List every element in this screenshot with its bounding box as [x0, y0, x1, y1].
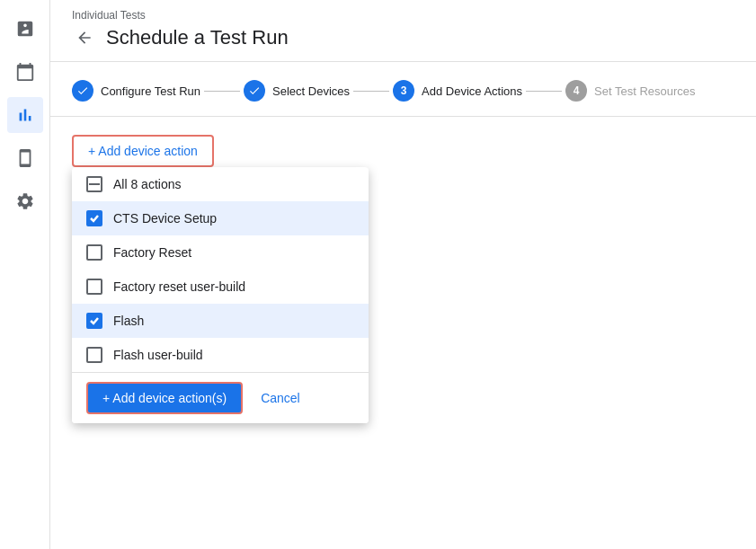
checkbox-all: [86, 176, 102, 192]
step-4-circle: 4: [565, 80, 587, 102]
dropdown-item-label-flash: Flash: [113, 314, 144, 328]
connector-2: [353, 91, 389, 92]
dropdown-item-label-flash-user: Flash user-build: [113, 348, 203, 362]
checkbox-flash: [86, 313, 102, 329]
dropdown-item-factory-reset[interactable]: Factory Reset: [72, 235, 369, 270]
checkbox-factory-reset-user: [86, 279, 102, 295]
dropdown-item-label-cts: CTS Device Setup: [113, 211, 217, 226]
step-3-label: Add Device Actions: [422, 84, 522, 98]
step-add-device-actions: 3 Add Device Actions: [393, 80, 522, 102]
step-2-circle: [244, 80, 265, 102]
checkbox-factory-reset: [86, 244, 102, 261]
sidebar-item-settings[interactable]: [7, 183, 43, 219]
step-set-resources: 4 Set Test Resources: [565, 80, 695, 102]
dropdown-item-label-factory-reset-user: Factory reset user-build: [113, 279, 245, 294]
breadcrumb: Individual Tests: [50, 0, 756, 22]
sidebar-item-tasks[interactable]: [7, 11, 43, 47]
page-title: Schedule a Test Run: [106, 26, 289, 49]
dropdown-footer: + Add device action(s) Cancel: [72, 372, 369, 423]
checkbox-flash-user: [86, 347, 102, 363]
step-select-devices: Select Devices: [244, 80, 350, 102]
main-content: Individual Tests Schedule a Test Run Con…: [50, 0, 756, 549]
step-configure: Configure Test Run: [72, 80, 200, 102]
connector-3: [526, 91, 562, 92]
dropdown-item-flash[interactable]: Flash: [72, 304, 369, 338]
steps-bar: Configure Test Run Select Devices 3 Add …: [50, 62, 756, 117]
sidebar-item-chart[interactable]: [7, 97, 43, 133]
device-action-dropdown: All 8 actions CTS Device Setup Factory R…: [72, 167, 369, 423]
content-area: + Add device action All 8 actions: [50, 117, 756, 549]
step-2-label: Select Devices: [272, 84, 350, 98]
checkbox-cts: [86, 210, 102, 226]
sidebar-item-calendar[interactable]: [7, 54, 43, 90]
connector-1: [204, 91, 240, 92]
step-1-circle: [72, 80, 93, 102]
add-device-actions-button[interactable]: + Add device action(s): [86, 382, 243, 414]
step-1-label: Configure Test Run: [101, 84, 200, 98]
back-button[interactable]: [72, 25, 97, 50]
dropdown-item-label-all: All 8 actions: [113, 177, 181, 191]
sidebar: [0, 0, 50, 549]
step-3-number: 3: [401, 84, 407, 97]
step-4-number: 4: [574, 84, 580, 97]
dropdown-item-factory-reset-user[interactable]: Factory reset user-build: [72, 270, 369, 304]
step-4-label: Set Test Resources: [594, 84, 695, 98]
cancel-button[interactable]: Cancel: [253, 384, 307, 412]
dropdown-item-all[interactable]: All 8 actions: [72, 167, 369, 201]
dropdown-item-label-factory-reset: Factory Reset: [113, 245, 191, 260]
sidebar-item-device[interactable]: [7, 140, 43, 176]
dropdown-item-flash-user[interactable]: Flash user-build: [72, 338, 369, 372]
add-device-action-button[interactable]: + Add device action: [72, 135, 214, 167]
page-header: Schedule a Test Run: [50, 22, 756, 62]
dropdown-list: All 8 actions CTS Device Setup Factory R…: [72, 167, 369, 372]
dropdown-item-cts[interactable]: CTS Device Setup: [72, 201, 369, 235]
step-3-circle: 3: [393, 80, 414, 102]
